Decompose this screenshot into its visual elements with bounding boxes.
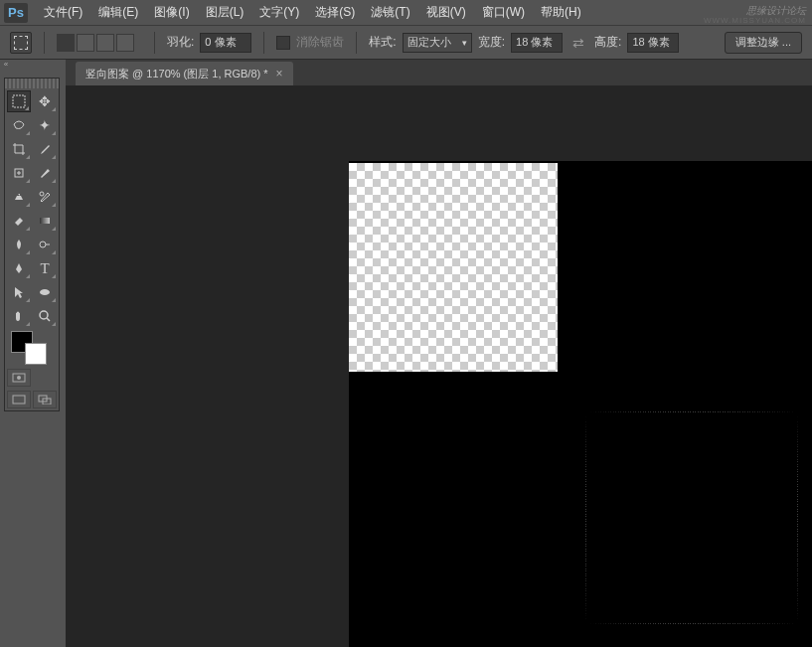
menu-select[interactable]: 选择(S) bbox=[307, 0, 363, 25]
eraser-tool-icon[interactable] bbox=[7, 210, 31, 232]
collapse-handle-icon[interactable]: « bbox=[0, 60, 12, 70]
feather-input[interactable] bbox=[200, 33, 251, 53]
close-tab-icon[interactable]: × bbox=[276, 67, 283, 81]
gradient-tool-icon[interactable] bbox=[33, 210, 57, 232]
svg-rect-3 bbox=[40, 218, 50, 224]
canvas-viewport[interactable] bbox=[66, 85, 812, 647]
brush-tool-icon[interactable] bbox=[33, 162, 57, 184]
menu-help[interactable]: 帮助(H) bbox=[533, 0, 589, 25]
menu-view[interactable]: 视图(V) bbox=[418, 0, 474, 25]
options-bar: 羽化: 消除锯齿 样式: 固定大小 宽度: ⇄ 高度: 调整边缘 ... bbox=[0, 26, 812, 60]
quickmask-icon[interactable] bbox=[7, 369, 31, 387]
selection-intersect-icon[interactable] bbox=[116, 34, 134, 52]
healing-brush-tool-icon[interactable] bbox=[7, 162, 31, 184]
crop-tool-icon[interactable] bbox=[7, 138, 31, 160]
menu-window[interactable]: 窗口(W) bbox=[474, 0, 533, 25]
divider bbox=[356, 32, 357, 54]
swap-wh-icon[interactable]: ⇄ bbox=[568, 35, 588, 51]
svg-rect-9 bbox=[13, 396, 25, 404]
marquee-selection[interactable] bbox=[585, 411, 798, 624]
app-logo: Ps bbox=[4, 3, 28, 23]
width-label: 宽度: bbox=[478, 34, 505, 51]
svg-point-6 bbox=[40, 311, 48, 319]
active-tool-icon[interactable] bbox=[10, 32, 32, 54]
lasso-tool-icon[interactable] bbox=[7, 114, 31, 136]
document-tab[interactable]: 竖向图案 @ 1170% (图层 1, RGB/8) * × bbox=[76, 62, 293, 85]
hand-tool-icon[interactable] bbox=[7, 305, 31, 327]
height-input[interactable] bbox=[627, 33, 679, 53]
svg-point-4 bbox=[40, 242, 46, 247]
style-label: 样式: bbox=[369, 34, 396, 51]
dodge-tool-icon[interactable] bbox=[33, 234, 57, 255]
panel-grip[interactable] bbox=[5, 79, 59, 88]
selection-new-icon[interactable] bbox=[57, 34, 75, 52]
svg-point-5 bbox=[40, 289, 50, 295]
type-tool-icon[interactable]: T bbox=[33, 257, 57, 279]
divider bbox=[154, 32, 155, 54]
magic-wand-tool-icon[interactable]: ✦ bbox=[33, 114, 57, 136]
antialias-label: 消除锯齿 bbox=[296, 34, 344, 51]
divider bbox=[263, 32, 264, 54]
move-tool-icon[interactable]: ✥ bbox=[33, 90, 57, 112]
svg-point-8 bbox=[17, 376, 21, 380]
menu-bar: Ps 文件(F) 编辑(E) 图像(I) 图层(L) 文字(Y) 选择(S) 滤… bbox=[0, 0, 812, 26]
style-dropdown[interactable]: 固定大小 bbox=[403, 33, 472, 53]
document-area: 竖向图案 @ 1170% (图层 1, RGB/8) * × bbox=[66, 60, 812, 647]
menu-edit[interactable]: 编辑(E) bbox=[90, 0, 146, 25]
selection-add-icon[interactable] bbox=[77, 34, 94, 52]
svg-point-2 bbox=[40, 192, 44, 196]
document-tab-title: 竖向图案 @ 1170% (图层 1, RGB/8) * bbox=[85, 67, 268, 81]
watermark-url: WWW.MISSYUAN.COM bbox=[704, 16, 806, 25]
menu-type[interactable]: 文字(Y) bbox=[251, 0, 307, 25]
menu-file[interactable]: 文件(F) bbox=[36, 0, 90, 25]
canvas[interactable] bbox=[349, 161, 812, 647]
marquee-tool-icon[interactable] bbox=[7, 90, 31, 112]
height-label: 高度: bbox=[594, 34, 621, 51]
background-color-swatch[interactable] bbox=[25, 343, 47, 365]
feather-label: 羽化: bbox=[167, 34, 194, 51]
divider bbox=[44, 32, 45, 54]
eyedropper-tool-icon[interactable] bbox=[33, 138, 57, 160]
color-swatches bbox=[5, 329, 59, 367]
pen-tool-icon[interactable] bbox=[7, 257, 31, 279]
zoom-tool-icon[interactable] bbox=[33, 305, 57, 327]
screenmode2-icon[interactable] bbox=[33, 391, 57, 408]
document-tab-bar: 竖向图案 @ 1170% (图层 1, RGB/8) * × bbox=[66, 60, 812, 85]
shape-tool-icon[interactable] bbox=[33, 281, 57, 303]
selection-subtract-icon[interactable] bbox=[96, 34, 114, 52]
menu-filter[interactable]: 滤镜(T) bbox=[363, 0, 417, 25]
tools-panel: ✥ ✦ T bbox=[4, 78, 60, 411]
menu-image[interactable]: 图像(I) bbox=[146, 0, 197, 25]
path-selection-tool-icon[interactable] bbox=[7, 281, 31, 303]
menu-layer[interactable]: 图层(L) bbox=[198, 0, 252, 25]
selection-mode-group bbox=[57, 34, 134, 52]
antialias-checkbox[interactable] bbox=[276, 36, 290, 50]
width-input[interactable] bbox=[511, 33, 563, 53]
screenmode-icon[interactable] bbox=[7, 391, 31, 408]
history-brush-tool-icon[interactable] bbox=[33, 186, 57, 208]
clone-stamp-tool-icon[interactable] bbox=[7, 186, 31, 208]
refine-edge-button[interactable]: 调整边缘 ... bbox=[725, 32, 802, 54]
blur-tool-icon[interactable] bbox=[7, 234, 31, 255]
svg-rect-0 bbox=[13, 95, 25, 107]
transparent-layer-area bbox=[349, 163, 558, 372]
